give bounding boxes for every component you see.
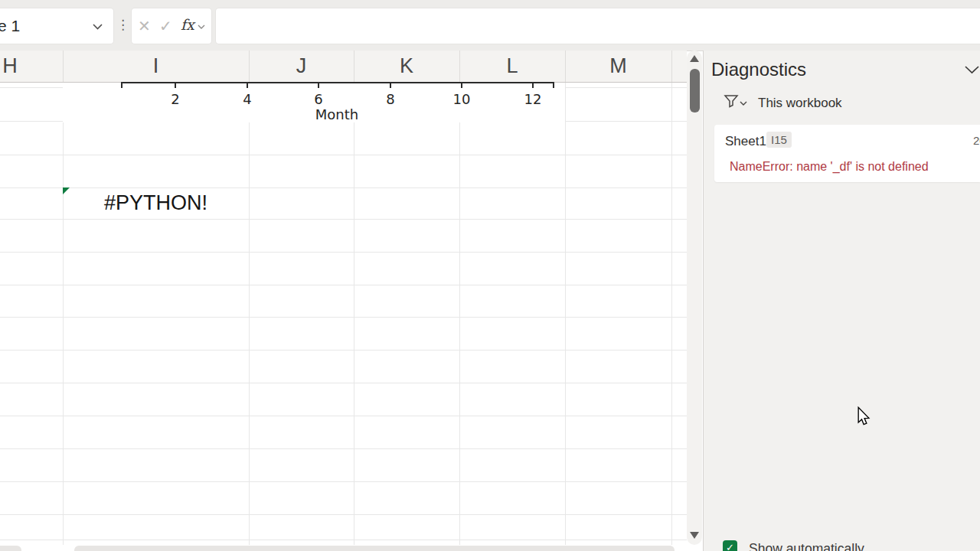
chevron-down-icon[interactable] bbox=[198, 24, 205, 30]
chart-axis-tick bbox=[532, 83, 534, 88]
formula-toolbar: e 1 ⋮ ✕ ✓ fx bbox=[0, 0, 980, 51]
excel-window: e 1 ⋮ ✕ ✓ fx H I J K L M bbox=[0, 0, 980, 551]
show-automatically-checkbox[interactable]: ✓ bbox=[723, 540, 737, 551]
chart-tick-label: 12 bbox=[524, 91, 542, 107]
gridline bbox=[249, 83, 250, 545]
gridline bbox=[565, 83, 566, 545]
gridline bbox=[459, 83, 460, 545]
gridline bbox=[63, 83, 64, 545]
entry-timestamp: 20:1 bbox=[973, 134, 980, 147]
chart-axis-tick bbox=[175, 83, 176, 88]
chart-axis-tick bbox=[318, 83, 319, 88]
column-header[interactable]: J bbox=[249, 51, 354, 82]
gridline bbox=[0, 540, 687, 540]
diagnostic-entry-card[interactable]: Sheet1 I15 20:1 NameError: name '_df' is… bbox=[714, 125, 980, 182]
vertical-scrollbar-thumb[interactable] bbox=[690, 69, 700, 112]
chart-axis-tick bbox=[390, 83, 391, 88]
cell-error-indicator bbox=[63, 187, 70, 194]
filter-scope-label[interactable]: This workbook bbox=[758, 96, 842, 111]
cell-I15-python-error[interactable]: #PYTHON! bbox=[63, 187, 249, 219]
gridline bbox=[671, 83, 672, 545]
filter-icon[interactable] bbox=[724, 94, 739, 109]
enter-icon[interactable]: ✓ bbox=[159, 17, 172, 35]
vertical-scrollbar[interactable] bbox=[687, 51, 702, 545]
column-header[interactable]: I bbox=[63, 51, 249, 82]
gridline bbox=[0, 383, 687, 383]
mouse-cursor bbox=[857, 406, 871, 426]
horizontal-scrollbar[interactable] bbox=[0, 545, 687, 551]
chart-axis-tick bbox=[247, 83, 248, 88]
formula-bar-input[interactable] bbox=[216, 8, 980, 44]
chart-tick-label: 2 bbox=[171, 91, 179, 107]
chart-axis-spine bbox=[553, 82, 554, 88]
horizontal-scrollbar-segment[interactable] bbox=[74, 546, 675, 551]
gridline bbox=[0, 448, 687, 449]
chevron-down-icon[interactable] bbox=[93, 24, 103, 30]
name-box[interactable]: e 1 bbox=[0, 8, 113, 44]
drag-handle-icon: ⋮ bbox=[116, 17, 129, 33]
scroll-up-icon[interactable] bbox=[690, 55, 699, 62]
gridline bbox=[0, 416, 687, 416]
name-box-value: e 1 bbox=[0, 17, 20, 35]
chart-tick-label: 4 bbox=[243, 91, 251, 107]
show-automatically-label: Show automatically bbox=[749, 541, 864, 551]
cancel-icon[interactable]: ✕ bbox=[138, 17, 151, 35]
chart-axis-tick bbox=[461, 83, 462, 88]
column-header[interactable]: M bbox=[565, 51, 671, 82]
chart-x-axis bbox=[121, 82, 554, 83]
chart-tick-label: 8 bbox=[386, 91, 394, 107]
gridline bbox=[0, 155, 687, 155]
entry-error-message: NameError: name '_df' is not defined bbox=[730, 160, 929, 174]
entry-cell-ref-badge[interactable]: I15 bbox=[766, 132, 792, 148]
pane-title: Diagnostics bbox=[711, 59, 806, 80]
gridline bbox=[0, 317, 687, 318]
gridline bbox=[0, 481, 687, 482]
gridline bbox=[0, 219, 687, 220]
spreadsheet-grid[interactable]: H I J K L M 2 4 6 8 10 12 Month #PYTHON bbox=[0, 51, 687, 545]
column-headers: H I J K L M bbox=[0, 51, 687, 83]
chart-xaxis-title: Month bbox=[315, 106, 358, 122]
chevron-down-icon[interactable] bbox=[965, 66, 979, 74]
gridline bbox=[0, 252, 687, 253]
gridline bbox=[0, 350, 687, 350]
gridline bbox=[354, 83, 354, 545]
column-header[interactable]: L bbox=[459, 51, 565, 82]
formula-button-group: ✕ ✓ fx bbox=[132, 8, 211, 44]
chevron-down-icon[interactable] bbox=[740, 101, 747, 106]
chart-tick-label: 6 bbox=[314, 91, 322, 107]
horizontal-scrollbar-segment[interactable] bbox=[0, 546, 21, 551]
chart-tick-label: 10 bbox=[453, 91, 471, 107]
gridline bbox=[0, 514, 687, 515]
column-header[interactable]: K bbox=[354, 51, 459, 82]
diagnostics-pane: Diagnostics This workbook Sheet1 I15 20:… bbox=[704, 51, 980, 551]
gridline bbox=[0, 285, 687, 285]
chart-axis-spine bbox=[121, 82, 122, 88]
entry-sheet-name: Sheet1 bbox=[725, 134, 766, 149]
scroll-down-icon[interactable] bbox=[690, 532, 699, 539]
insert-function-icon[interactable]: fx bbox=[181, 16, 194, 33]
column-header[interactable]: H bbox=[0, 51, 63, 82]
